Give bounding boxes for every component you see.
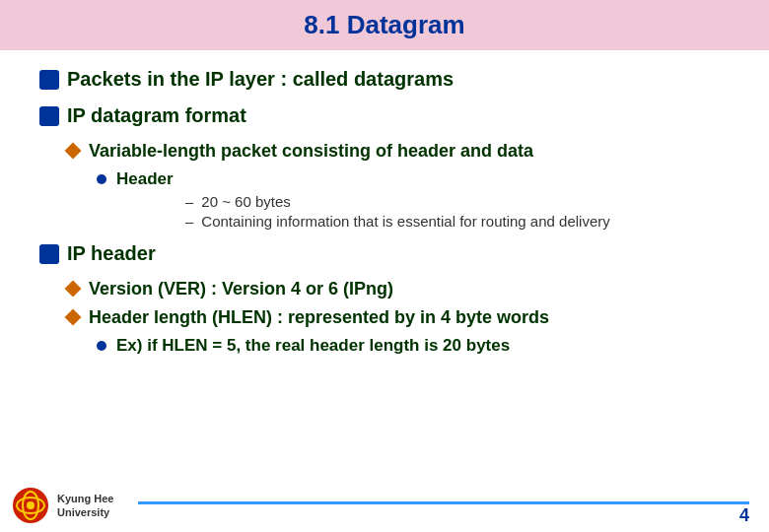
ip-header-sub1: Version (VER) : Version 4 or 6 (IPng) xyxy=(89,279,393,299)
diamond-marker-2 xyxy=(65,281,82,298)
bullet2-text: IP datagram format xyxy=(67,104,246,127)
ip-header-title: IP header xyxy=(67,242,156,265)
slide: 8.1 Datagram Packets in the IP layer : c… xyxy=(0,0,769,532)
main-bullet-1: Packets in the IP layer : called datagra… xyxy=(39,68,730,91)
ip-header-sub2: Header length (HLEN) : represented by in… xyxy=(89,307,549,328)
sub-section-1: Variable-length packet consisting of hea… xyxy=(67,141,730,233)
circle1-text: Header xyxy=(116,169,174,188)
dash2-text: Containing information that is essential… xyxy=(201,213,609,230)
header-section: Header – 20 ~ 60 bytes – Containing info… xyxy=(116,169,610,233)
q-marker-1 xyxy=(39,70,59,90)
circle-marker-1 xyxy=(97,174,106,184)
content-area: Packets in the IP layer : called datagra… xyxy=(0,68,769,356)
footer: Kyung Hee University 4 xyxy=(0,479,769,532)
diamond-marker-1 xyxy=(65,143,82,160)
slide-title: 8.1 Datagram xyxy=(304,10,464,39)
dash-item-2: – Containing information that is essenti… xyxy=(185,213,610,230)
sub-section-2: Version (VER) : Version 4 or 6 (IPng) He… xyxy=(67,279,730,356)
circle-bullet-1: Header – 20 ~ 60 bytes – Containing info… xyxy=(97,169,730,233)
dash-bullets: – 20 ~ 60 bytes – Containing information… xyxy=(185,193,610,230)
diamond-marker-3 xyxy=(65,309,82,326)
bullet1-text: Packets in the IP layer : called datagra… xyxy=(67,68,454,91)
page-number: 4 xyxy=(739,505,749,526)
sub1-text: Variable-length packet consisting of hea… xyxy=(89,141,533,162)
dash-marker-1: – xyxy=(185,193,193,210)
diamond-bullet-3: Header length (HLEN) : represented by in… xyxy=(67,307,730,328)
university-logo-icon xyxy=(12,487,49,524)
dash-marker-2: – xyxy=(185,213,193,230)
footer-logo: Kyung Hee University xyxy=(0,479,125,532)
diamond-bullet-2: Version (VER) : Version 4 or 6 (IPng) xyxy=(67,279,730,299)
dash-item-1: – 20 ~ 60 bytes xyxy=(185,193,610,210)
circle-bullet-2: Ex) if HLEN = 5, the real header length … xyxy=(97,336,730,356)
footer-line xyxy=(138,501,749,504)
dash1-text: 20 ~ 60 bytes xyxy=(201,193,290,210)
title-bar: 8.1 Datagram xyxy=(0,0,769,50)
svg-point-3 xyxy=(27,501,35,509)
logo-line1: Kyung Hee xyxy=(57,492,113,505)
circle-marker-2 xyxy=(97,341,106,351)
main-bullet-2: IP datagram format xyxy=(39,104,730,127)
main-bullet-3: IP header xyxy=(39,242,730,265)
logo-line2: University xyxy=(57,505,113,519)
diamond-bullet-1: Variable-length packet consisting of hea… xyxy=(67,141,730,162)
q-marker-3 xyxy=(39,244,59,264)
logo-text-block: Kyung Hee University xyxy=(57,492,113,520)
circle2-text: Ex) if HLEN = 5, the real header length … xyxy=(116,336,510,356)
q-marker-2 xyxy=(39,106,59,126)
